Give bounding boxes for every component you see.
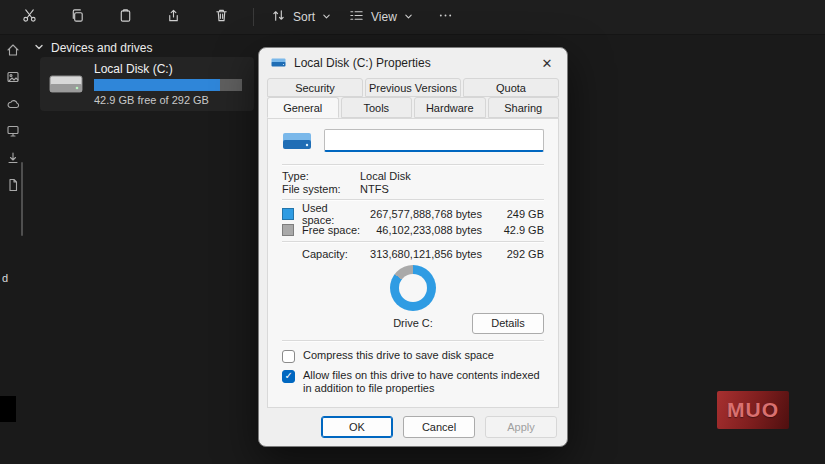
document-icon [6, 178, 20, 196]
apply-button[interactable]: Apply [485, 416, 557, 438]
nav-downloads-item[interactable] [5, 152, 21, 168]
cloud-icon [6, 97, 20, 115]
download-icon [6, 151, 20, 169]
filesystem-row: File system: NTFS [282, 182, 544, 194]
used-space-size: 249 GB [490, 208, 544, 220]
copy-button[interactable] [54, 4, 100, 30]
toolbar-divider [253, 8, 254, 26]
cut-icon [22, 8, 37, 26]
drive-meta: Local Disk (C:) 42.9 GB free of 292 GB [94, 62, 242, 106]
sort-icon [271, 8, 286, 26]
tab-quota[interactable]: Quota [463, 78, 559, 97]
close-button[interactable]: ✕ [527, 48, 567, 78]
capacity-bar-fill [94, 79, 220, 91]
section-title: Devices and drives [51, 41, 152, 55]
dialog-titlebar: Local Disk (C:) Properties ✕ [259, 48, 567, 78]
nav-gallery-item[interactable] [5, 71, 21, 87]
more-icon [438, 8, 453, 26]
capacity-row: Capacity: 313,680,121,856 bytes 292 GB [282, 247, 544, 261]
screen: Sort View d Devices and drives [0, 0, 825, 464]
local-disk-tile[interactable]: Local Disk (C:) 42.9 GB free of 292 GB [40, 57, 254, 111]
filesystem-label: File system: [282, 183, 360, 195]
capacity-size: 292 GB [490, 248, 544, 260]
paste-button[interactable] [102, 4, 148, 30]
tab-tools[interactable]: Tools [341, 97, 413, 118]
capacity-bytes: 313,680,121,856 bytes [370, 248, 482, 260]
volume-label-row [282, 129, 544, 152]
compress-checkbox-label: Compress this drive to save disk space [303, 349, 494, 363]
drive-name: Local Disk (C:) [94, 62, 242, 76]
volume-label-input[interactable] [324, 129, 544, 152]
collapse-chevron-icon[interactable] [34, 41, 44, 55]
divider [282, 199, 544, 201]
usage-donut-wrap [282, 265, 544, 311]
divider [282, 164, 544, 166]
cancel-button[interactable]: Cancel [403, 416, 475, 438]
cut-button[interactable] [6, 4, 52, 30]
type-row: Type: Local Disk [282, 170, 544, 182]
free-space-label: Free space: [302, 224, 368, 236]
details-button[interactable]: Details [472, 313, 544, 334]
muo-watermark: MUO [717, 391, 789, 429]
index-checkbox-row: Allow files on this drive to have conten… [282, 369, 544, 397]
ok-button[interactable]: OK [321, 416, 393, 438]
view-button[interactable]: View [341, 4, 421, 30]
capacity-bar [94, 79, 242, 91]
more-options-button[interactable] [423, 4, 469, 30]
divider [282, 241, 544, 243]
sort-label: Sort [293, 10, 315, 24]
paste-icon [118, 8, 133, 26]
explorer-toolbar: Sort View [0, 0, 825, 35]
drive-icon [271, 57, 286, 69]
free-space-row: Free space: 46,102,233,088 bytes 42.9 GB [282, 223, 544, 237]
nav-documents-item[interactable] [5, 179, 21, 195]
tab-strip: Security Previous Versions Quota General… [259, 78, 567, 118]
copy-icon [70, 8, 85, 26]
nav-home-item[interactable] [5, 44, 21, 60]
type-value: Local Disk [360, 170, 411, 182]
delete-button[interactable] [198, 4, 244, 30]
tab-sharing[interactable]: Sharing [488, 97, 560, 118]
nav-desktop-item[interactable] [5, 125, 21, 141]
used-space-swatch [282, 208, 294, 220]
section-header-devices: Devices and drives [34, 41, 152, 55]
drive-free-text: 42.9 GB free of 292 GB [94, 94, 242, 106]
drive-letter-label: Drive C: [393, 317, 433, 329]
index-checkbox[interactable] [282, 370, 295, 383]
compress-checkbox-row: Compress this drive to save disk space [282, 349, 544, 363]
sort-button[interactable]: Sort [263, 4, 339, 30]
nav-onedrive-item[interactable] [5, 98, 21, 114]
compress-checkbox[interactable] [282, 350, 295, 363]
bottom-left-block [0, 396, 16, 422]
usage-donut-chart [390, 265, 436, 311]
index-checkbox-label: Allow files on this drive to have conten… [303, 369, 544, 397]
home-icon [6, 43, 20, 61]
view-label: View [371, 10, 397, 24]
free-space-size: 42.9 GB [490, 224, 544, 236]
chevron-down-icon [404, 10, 413, 24]
filesystem-value: NTFS [360, 183, 389, 195]
dialog-button-row: OK Cancel Apply [259, 408, 567, 446]
capacity-label: Capacity: [302, 248, 362, 260]
used-space-bytes: 267,577,888,768 bytes [370, 208, 482, 220]
trash-icon [214, 8, 229, 26]
view-icon [349, 8, 364, 26]
tab-general[interactable]: General [267, 97, 339, 118]
drive-icon-large [282, 130, 312, 152]
monitor-icon [6, 124, 20, 142]
share-button[interactable] [150, 4, 196, 30]
tab-row-front: General Tools Hardware Sharing [267, 97, 559, 118]
close-icon: ✕ [542, 56, 553, 71]
tab-row-back: Security Previous Versions Quota [267, 78, 559, 97]
tab-previous-versions[interactable]: Previous Versions [365, 78, 461, 97]
drive-label-row: Drive C: Details [282, 313, 544, 334]
divider [282, 340, 544, 342]
image-icon [6, 70, 20, 88]
type-label: Type: [282, 170, 360, 182]
rail-scrollbar[interactable] [21, 162, 23, 236]
hard-drive-icon [48, 70, 84, 98]
used-space-row: Used space: 267,577,888,768 bytes 249 GB [282, 205, 544, 223]
chevron-down-icon [322, 10, 331, 24]
tab-security[interactable]: Security [267, 78, 363, 97]
tab-hardware[interactable]: Hardware [414, 97, 486, 118]
